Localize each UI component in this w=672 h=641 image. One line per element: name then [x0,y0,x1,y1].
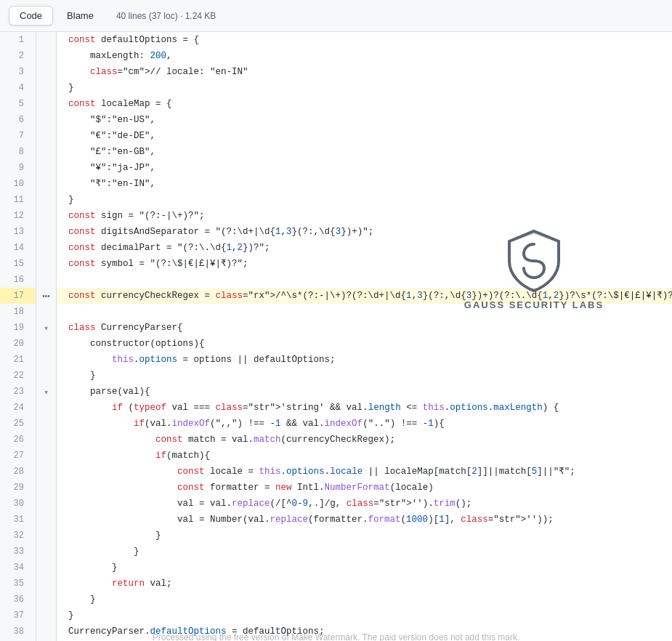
table-row: 10 "₹":"en-IN", [0,176,672,192]
line-content: const locale = this.options.locale || lo… [57,464,672,480]
line-number: 33 [0,544,36,560]
line-gutter [36,272,57,288]
line-number: 13 [0,224,36,240]
line-gutter [36,176,57,192]
line-gutter: ••• [36,288,57,304]
line-number: 10 [0,176,36,192]
line-number: 22 [0,368,36,384]
table-row: 12const sign = "(?:-|\+)?"; [0,208,672,224]
line-content: constructor(options){ [57,336,672,352]
table-row: 35 return val; [0,576,672,592]
table-row: 38CurrencyParser.defaultOptions = defaul… [0,624,672,640]
line-gutter [36,496,57,512]
line-content: } [57,560,672,576]
table-row: 4} [0,80,672,96]
line-gutter [36,208,57,224]
collapse-button[interactable]: ▾ [43,388,49,396]
line-number: 2 [0,48,36,64]
line-gutter [36,64,57,80]
line-gutter [36,32,57,48]
file-info: 40 lines (37 loc) · 1.24 KB [116,11,216,21]
line-gutter [36,160,57,176]
table-row: 1const defaultOptions = { [0,32,672,48]
table-row: 11} [0,192,672,208]
line-content: } [57,528,672,544]
collapse-button[interactable]: ▾ [43,324,49,332]
line-content: const localeMap = { [57,96,672,112]
line-gutter [36,192,57,208]
table-row: 17•••const currencyCheckRegex = class="r… [0,288,672,304]
line-content: const digitsAndSeparator = "(?:\d+|\d{1,… [57,224,672,240]
expand-button[interactable]: ••• [41,292,52,300]
line-content: } [57,592,672,608]
line-gutter [36,624,57,640]
line-gutter [36,432,57,448]
table-row: 26 const match = val.match(currencyCheck… [0,432,672,448]
line-gutter [36,512,57,528]
line-content: } [57,192,672,208]
line-number: 11 [0,192,36,208]
toolbar: Code Blame 40 lines (37 loc) · 1.24 KB [0,0,672,32]
line-content: val = Number(val.replace(formatter.forma… [57,512,672,528]
line-gutter [36,144,57,160]
line-content: "¥":"ja-JP", [57,160,672,176]
line-number: 20 [0,336,36,352]
table-row: 7 "€":"de-DE", [0,128,672,144]
line-number: 8 [0,144,36,160]
table-row: 37} [0,608,672,624]
line-gutter [36,608,57,624]
line-number: 15 [0,256,36,272]
line-gutter [36,416,57,432]
line-number: 28 [0,464,36,480]
line-gutter [36,480,57,496]
line-gutter [36,592,57,608]
line-number: 25 [0,416,36,432]
line-number: 1 [0,32,36,48]
line-number: 38 [0,624,36,640]
line-content [57,272,672,288]
line-number: 35 [0,576,36,592]
line-content: maxLength: 200, [57,48,672,64]
line-number: 34 [0,560,36,576]
line-content: "₹":"en-IN", [57,176,672,192]
line-number: 6 [0,112,36,128]
line-gutter [36,544,57,560]
line-gutter [36,96,57,112]
table-row: 31 val = Number(val.replace(formatter.fo… [0,512,672,528]
line-gutter [36,464,57,480]
line-number: 31 [0,512,36,528]
table-row: 30 val = val.replace(/[^0-9,.]/g, class=… [0,496,672,512]
line-number: 30 [0,496,36,512]
table-row: 19▾class CurrencyParser{ [0,320,672,336]
table-row: 6 "$":"en-US", [0,112,672,128]
line-gutter [36,336,57,352]
table-row: 14const decimalPart = "(?:\.\d{1,2})?"; [0,240,672,256]
line-gutter [36,224,57,240]
line-content: const formatter = new Intl.NumberFormat(… [57,480,672,496]
line-number: 24 [0,400,36,416]
table-row: 18 [0,304,672,320]
line-number: 21 [0,352,36,368]
code-area: 1const defaultOptions = {2 maxLength: 20… [0,32,672,641]
line-number: 32 [0,528,36,544]
line-gutter [36,400,57,416]
code-wrapper: 1const defaultOptions = {2 maxLength: 20… [0,32,672,641]
line-gutter [36,80,57,96]
table-row: 5const localeMap = { [0,96,672,112]
line-content: const decimalPart = "(?:\.\d{1,2})?"; [57,240,672,256]
line-content: if(match){ [57,448,672,464]
line-gutter [36,560,57,576]
code-tab[interactable]: Code [9,6,53,25]
line-content: class CurrencyParser{ [57,320,672,336]
line-gutter [36,128,57,144]
blame-tab[interactable]: Blame [56,6,105,25]
line-gutter [36,576,57,592]
line-content: val = val.replace(/[^0-9,.]/g, class="st… [57,496,672,512]
line-content: const sign = "(?:-|\+)?"; [57,208,672,224]
line-content: "£":"en-GB", [57,144,672,160]
line-number: 17 [0,288,36,304]
table-row: 8 "£":"en-GB", [0,144,672,160]
line-content: "€":"de-DE", [57,128,672,144]
line-gutter: ▾ [36,384,57,400]
table-row: 16 [0,272,672,288]
